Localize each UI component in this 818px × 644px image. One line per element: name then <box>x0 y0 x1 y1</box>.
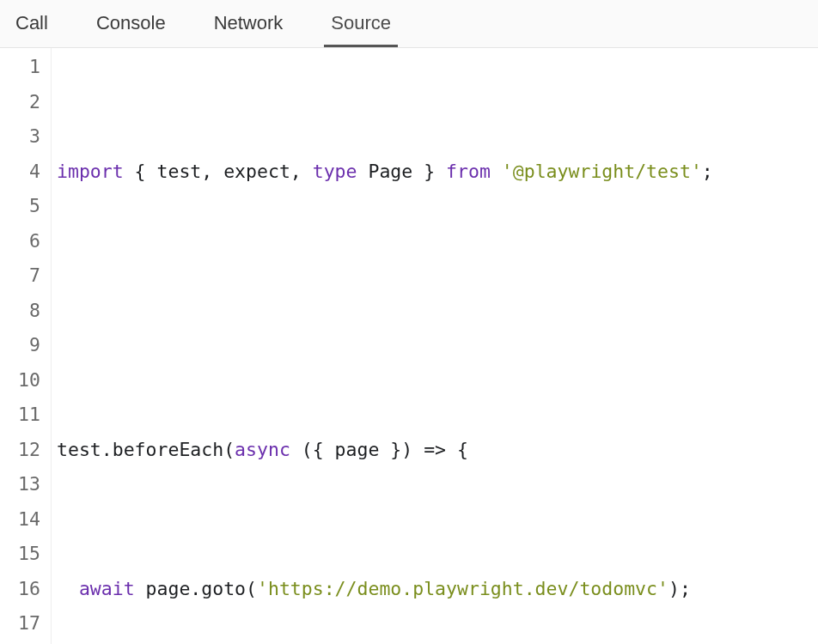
line-number: 6 <box>7 224 40 259</box>
code-editor[interactable]: 1234567891011121314151617 import { test,… <box>0 48 818 644</box>
line-number: 3 <box>7 119 40 155</box>
code-line[interactable]: await page.goto('https://demo.playwright… <box>57 572 818 607</box>
line-number: 4 <box>7 155 40 190</box>
code-content[interactable]: import { test, expect, type Page } from … <box>52 48 818 644</box>
string-literal: '@playwright/test' <box>502 161 702 182</box>
line-number: 13 <box>7 467 40 502</box>
keyword: type <box>313 161 357 182</box>
keyword: async <box>235 439 290 460</box>
tab-source[interactable]: Source <box>324 0 398 47</box>
tab-call[interactable]: Call <box>9 0 55 47</box>
line-number: 12 <box>7 433 40 468</box>
line-number: 5 <box>7 189 40 224</box>
line-number: 16 <box>7 572 40 607</box>
string-literal: 'https://demo.playwright.dev/todomvc' <box>257 578 668 599</box>
code-line[interactable]: import { test, expect, type Page } from … <box>57 155 818 190</box>
line-number: 17 <box>7 606 40 641</box>
tab-bar: Call Console Network Source <box>0 0 818 48</box>
keyword: from <box>446 161 491 182</box>
line-number: 11 <box>7 398 40 433</box>
tab-network[interactable]: Network <box>207 0 290 47</box>
tab-console[interactable]: Console <box>89 0 173 47</box>
line-number: 1 <box>7 50 40 85</box>
code-line[interactable] <box>57 294 818 329</box>
keyword: await <box>79 578 135 599</box>
line-number: 9 <box>7 328 40 363</box>
line-number: 15 <box>7 537 40 572</box>
line-number: 10 <box>7 363 40 398</box>
code-line[interactable]: test.beforeEach(async ({ page }) => { <box>57 433 818 468</box>
line-number: 7 <box>7 258 40 294</box>
line-number: 8 <box>7 294 40 329</box>
line-number-gutter: 1234567891011121314151617 <box>0 48 52 644</box>
line-number: 2 <box>7 85 40 120</box>
line-number: 14 <box>7 502 40 538</box>
keyword: import <box>57 161 124 182</box>
